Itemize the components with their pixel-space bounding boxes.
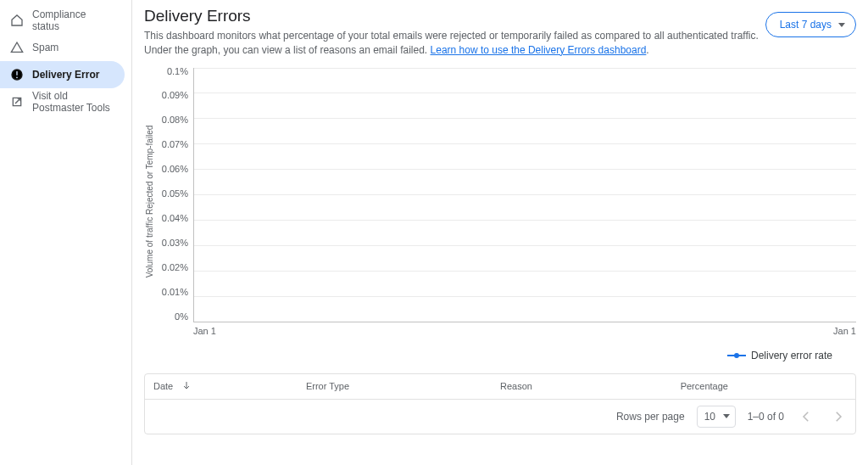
svg-point-4	[734, 353, 739, 358]
page-title: Delivery Errors	[144, 7, 856, 25]
errors-table: Date Error Type Reason Percentage Rows p…	[144, 373, 856, 434]
table-footer: Rows per page 10 1–0 of 0	[145, 400, 855, 434]
sidebar-item-old-postmaster[interactable]: Visit old Postmaster Tools	[0, 88, 125, 115]
learn-more-link[interactable]: Learn how to use the Delivery Errors das…	[431, 44, 647, 56]
open-external-icon	[10, 95, 24, 109]
pagination-range: 1–0 of 0	[748, 411, 784, 423]
svg-point-2	[16, 76, 18, 78]
error-circle-icon	[10, 68, 24, 81]
sidebar-item-label: Spam	[32, 42, 58, 53]
chart-ylabel: Volume of traffic Rejected or Temp-faile…	[146, 126, 155, 278]
main-content: Delivery Errors This dashboard monitors …	[132, 0, 868, 465]
sidebar-item-spam[interactable]: Spam	[0, 34, 125, 61]
next-page-button[interactable]	[828, 406, 849, 427]
table-header-row: Date Error Type Reason Percentage	[145, 374, 855, 400]
sidebar-item-compliance[interactable]: Compliance status	[0, 7, 125, 34]
chart-legend: Delivery error rate	[144, 350, 856, 361]
column-header-date[interactable]: Date	[153, 380, 306, 392]
caret-down-icon	[723, 414, 730, 418]
warning-icon	[10, 41, 24, 54]
page-description: This dashboard monitors what percentage …	[144, 29, 771, 58]
prev-page-button[interactable]	[796, 406, 816, 427]
column-header-error-type[interactable]: Error Type	[306, 381, 500, 391]
sidebar-item-label: Delivery Error	[32, 69, 99, 81]
home-icon	[10, 14, 24, 27]
legend-series-label: Delivery error rate	[751, 350, 832, 361]
column-header-percentage[interactable]: Percentage	[681, 381, 847, 391]
column-header-reason[interactable]: Reason	[500, 381, 681, 391]
delivery-error-chart: Volume of traffic Rejected or Temp-faile…	[144, 68, 856, 361]
sidebar: Compliance status Spam Delivery Error Vi…	[0, 0, 132, 465]
rows-per-page-select[interactable]: 10	[697, 406, 736, 428]
date-range-label: Last 7 days	[780, 19, 832, 31]
chart-yticks: 0.1% 0.09% 0.08% 0.07% 0.06% 0.05% 0.04%…	[156, 68, 193, 322]
sidebar-item-delivery-error[interactable]: Delivery Error	[0, 61, 125, 88]
legend-line-icon	[727, 351, 746, 360]
sort-arrow-down-icon	[181, 380, 192, 392]
chart-xticks: Jan 1 Jan 1	[156, 326, 856, 336]
sidebar-item-label: Compliance status	[32, 8, 114, 32]
chart-plot-area	[193, 68, 856, 322]
date-range-chip[interactable]: Last 7 days	[765, 12, 856, 37]
rows-per-page-label: Rows per page	[616, 411, 685, 423]
sidebar-item-label: Visit old Postmaster Tools	[32, 90, 114, 114]
